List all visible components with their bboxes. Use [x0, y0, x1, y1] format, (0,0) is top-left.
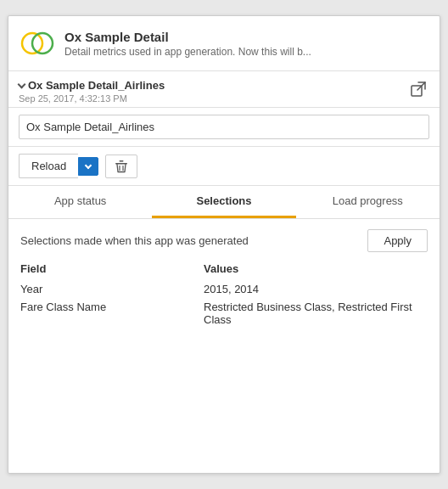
- apply-button[interactable]: Apply: [367, 229, 428, 252]
- app-name-input[interactable]: [19, 115, 429, 139]
- selections-header: Selections made when this app was genera…: [20, 229, 428, 252]
- main-panel: Ox Sample Detail Detail metrics used in …: [8, 15, 440, 474]
- reload-button[interactable]: Reload: [19, 154, 78, 178]
- header-text: Ox Sample Detail Detail metrics used in …: [64, 30, 429, 58]
- svg-rect-5: [120, 160, 124, 162]
- panel-header: Ox Sample Detail Detail metrics used in …: [8, 16, 440, 71]
- tabs: App status Selections Load progress: [8, 186, 440, 219]
- field-cell: Year: [20, 280, 204, 298]
- selections-description: Selections made when this app was genera…: [20, 234, 249, 247]
- tab-selections[interactable]: Selections: [152, 186, 295, 218]
- field-cell: Fare Class Name: [20, 298, 204, 329]
- dropdown-arrow-icon: [19, 79, 25, 92]
- values-cell: Restricted Business Class, Restricted Fi…: [204, 298, 428, 329]
- subheader-left: Ox Sample Detail_Airlines Sep 25, 2017, …: [19, 79, 165, 104]
- app-title: Ox Sample Detail: [64, 30, 429, 44]
- tab-load-progress[interactable]: Load progress: [296, 186, 440, 218]
- delete-button[interactable]: [105, 155, 137, 178]
- tab-app-status[interactable]: App status: [8, 186, 152, 218]
- app-name-label: Ox Sample Detail_Airlines: [19, 79, 165, 92]
- input-row: [8, 108, 440, 147]
- column-header-values: Values: [204, 262, 428, 280]
- values-cell: 2015, 2014: [204, 280, 428, 298]
- button-row: Reload: [8, 147, 440, 186]
- app-name: Ox Sample Detail_Airlines: [28, 79, 165, 92]
- app-subtitle: Detail metrics used in app generation. N…: [64, 46, 429, 58]
- external-link-button[interactable]: [407, 78, 429, 104]
- reload-dropdown-arrow-icon: [85, 161, 92, 168]
- subheader: Ox Sample Detail_Airlines Sep 25, 2017, …: [8, 71, 440, 108]
- tab-content-selections: Selections made when this app was genera…: [8, 219, 440, 473]
- column-header-field: Field: [20, 262, 204, 280]
- app-date: Sep 25, 2017, 4:32:13 PM: [19, 93, 165, 104]
- app-logo: [19, 25, 56, 62]
- table-row: Year 2015, 2014: [20, 280, 428, 298]
- reload-dropdown-button[interactable]: [78, 157, 98, 176]
- table-row: Fare Class Name Restricted Business Clas…: [20, 298, 428, 329]
- selections-table: Field Values Year 2015, 2014 Fare Class …: [20, 262, 428, 329]
